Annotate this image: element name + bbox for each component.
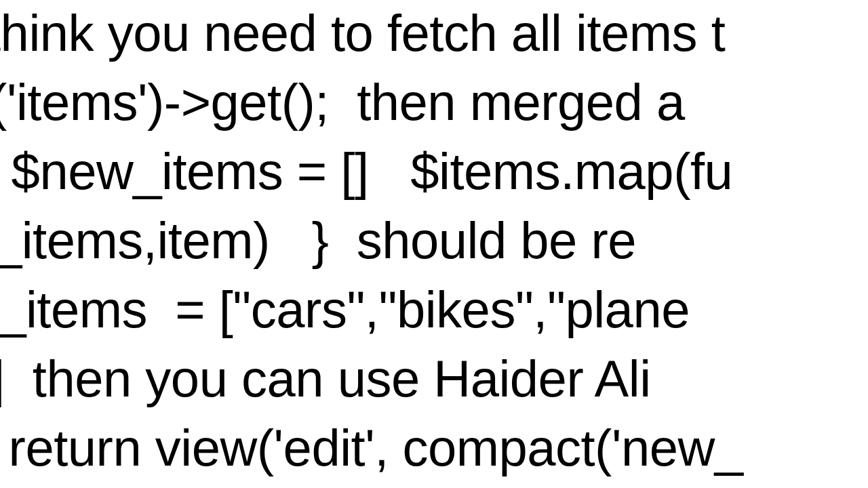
text-fragment: think you need to fetch all items t ct('… [0,0,868,488]
text-line-5: ew_items = ["cars","bikes","plane [0,275,690,344]
text-line-1: think you need to fetch all items t [0,0,725,68]
text-line-2: ct('items')->get(); then merged a [0,68,685,137]
text-line-6: s"] then you can use Haider Ali [0,344,665,413]
text-line-7: return view('edit', compact('new_ [0,413,743,483]
text-line-3: $new_items = [] $items.map(fu [0,137,732,206]
text-line-4: new_items,item) } should be re [0,206,636,275]
